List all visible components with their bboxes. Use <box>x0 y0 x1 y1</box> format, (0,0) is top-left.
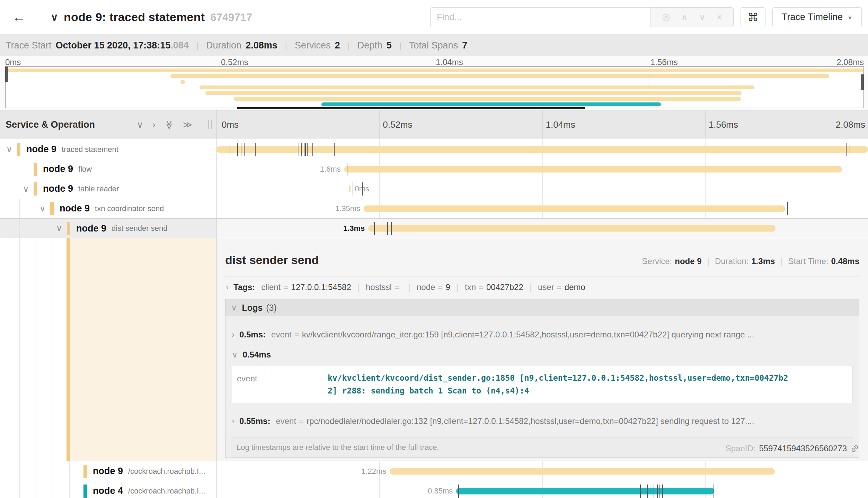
column-resizer[interactable] <box>208 120 212 129</box>
minimap-tick-1: 0.52ms <box>221 57 248 67</box>
service-color-chip <box>67 222 70 235</box>
span-log-tick <box>387 222 388 235</box>
minimap-right-drag-handle[interactable] <box>861 74 864 90</box>
minimap-row <box>6 79 863 85</box>
span-id-value: 5597415943526560273 <box>759 444 847 453</box>
span-bar-cell[interactable]: 1.6ms <box>216 159 868 179</box>
span-row[interactable]: ∨node 9traced statement <box>0 139 868 159</box>
detail-start-value: 0.48ms <box>831 256 859 266</box>
column-divider[interactable] <box>216 110 217 498</box>
expand-one-icon[interactable]: › <box>152 119 156 130</box>
span-bar[interactable] <box>456 488 714 494</box>
grid-line <box>705 110 706 139</box>
minimap-row <box>6 85 863 90</box>
log-key: event <box>271 330 292 339</box>
span-log-tick <box>305 143 306 156</box>
span-tree-cell[interactable]: ∨node 9flow <box>0 159 216 179</box>
log-entry-expanded-header[interactable]: ∨ 0.54ms <box>231 343 853 364</box>
find-input[interactable] <box>430 7 650 27</box>
span-bar[interactable] <box>349 185 351 192</box>
minimap-viewport-indicator[interactable] <box>237 107 585 109</box>
collapse-one-icon[interactable]: ∨ <box>137 119 143 130</box>
span-tree-cell[interactable]: ∨node 4/cockroach.roachpb.I... <box>0 481 216 498</box>
collapse-trace-icon[interactable]: ∨ <box>51 11 58 23</box>
tag-item: hostssl= <box>366 282 402 292</box>
tree-guide-line <box>69 481 70 498</box>
span-bar-cell[interactable]: 0.85ms <box>216 481 868 498</box>
span-bar[interactable] <box>390 468 775 474</box>
grid-line <box>379 110 380 139</box>
span-bar-cell[interactable]: 1.22ms <box>216 461 868 481</box>
axis-tick-2: 1.04ms <box>546 119 575 130</box>
scope-match-icon[interactable]: ◎ <box>662 12 670 22</box>
logs-header[interactable]: ∨ Logs (3) <box>225 299 859 316</box>
operation-name: /cockroach.roachpb.I... <box>128 467 205 476</box>
minimap-tick-4: 2.08ms <box>836 57 864 67</box>
expand-all-icon[interactable]: ≫ <box>183 119 192 130</box>
span-expander-icon[interactable]: ∨ <box>39 204 50 214</box>
span-expander-icon[interactable]: ∨ <box>23 184 34 194</box>
span-bar[interactable] <box>344 166 842 172</box>
operation-name: flow <box>78 165 92 174</box>
next-match-icon[interactable]: ∨ <box>699 12 706 22</box>
span-expander-icon[interactable]: ∨ <box>6 145 17 154</box>
span-log-tick <box>307 143 308 156</box>
span-row[interactable]: ∨node 9txn coordinator send1.35ms <box>0 199 868 218</box>
trace-id: 6749717 <box>210 11 252 24</box>
tag-equals: = <box>283 282 288 292</box>
prev-match-icon[interactable]: ∧ <box>681 12 688 22</box>
span-tree-cell[interactable]: ∨node 9table reader <box>0 179 216 199</box>
trace-title-group: ∨ node 9: traced statement 6749717 <box>38 10 252 24</box>
chevron-right-icon: › <box>232 416 234 426</box>
span-bar[interactable] <box>364 205 785 212</box>
span-bar-cell[interactable]: 0ms <box>216 179 868 199</box>
span-bar[interactable] <box>368 225 776 232</box>
span-log-tick <box>230 143 230 156</box>
span-row[interactable]: ∨node 9table reader0ms <box>0 179 868 199</box>
service-color-chip <box>50 202 54 215</box>
span-row[interactable]: ∨node 4/cockroach.roachpb.I...0.85ms <box>0 481 868 498</box>
minimap-span-bar <box>200 85 755 89</box>
span-log-tick <box>312 143 313 156</box>
span-row[interactable]: ∨node 9/cockroach.roachpb.I...1.22ms <box>0 461 868 481</box>
span-tree-cell[interactable]: ∨node 9/cockroach.roachpb.I... <box>0 461 216 481</box>
services-label: Services <box>295 40 331 51</box>
minimap-left-drag-handle[interactable] <box>5 66 8 82</box>
log-entry-collapsed[interactable]: › 0.55ms: event = rpc/nodedialer/nodedia… <box>231 407 853 429</box>
copy-link-icon[interactable] <box>850 444 859 453</box>
keyboard-shortcuts-button[interactable]: ⌘ <box>741 7 765 27</box>
span-row[interactable]: ∨node 9dist sender send1.3ms <box>0 218 868 238</box>
collapse-all-icon[interactable]: ≫ <box>164 120 175 129</box>
log-entry-collapsed[interactable]: › 0.5ms: event = kv/kvclient/kvcoord/ran… <box>231 320 853 343</box>
back-button[interactable]: ← <box>0 0 38 34</box>
selected-span-color-strip <box>67 238 70 461</box>
tree-guide-line <box>36 461 36 481</box>
span-row[interactable]: ∨node 9flow1.6ms <box>0 159 868 179</box>
service-color-chip <box>34 163 37 176</box>
tags-accordion[interactable]: › Tags: client=127.0.0.1:54582|hostssl=|… <box>225 277 859 297</box>
span-tree-cell[interactable]: ∨node 9txn coordinator send <box>0 199 216 218</box>
depth-value: 5 <box>387 40 392 51</box>
minimap-row <box>6 96 863 102</box>
span-bar-cell[interactable] <box>216 139 868 159</box>
minimap-canvas[interactable] <box>5 66 864 108</box>
span-bar-cell[interactable]: 1.3ms <box>216 219 868 238</box>
operation-name: table reader <box>78 184 119 193</box>
tree-guide-line <box>3 481 3 498</box>
span-tree-cell[interactable]: ∨node 9dist sender send <box>0 219 216 238</box>
span-tree-cell[interactable]: ∨node 9traced statement <box>0 139 216 159</box>
services-value: 2 <box>335 40 340 51</box>
trace-start-label: Trace Start <box>6 40 52 51</box>
span-bar[interactable] <box>216 146 868 153</box>
tag-equals: = <box>438 282 443 292</box>
view-selector-button[interactable]: Trace Timeline ∨ <box>772 7 862 27</box>
tag-item: client=127.0.0.1:54582 <box>261 282 351 292</box>
span-bar-cell[interactable]: 1.35ms <box>216 199 868 218</box>
span-expander-icon[interactable]: ∨ <box>56 224 67 233</box>
minimap-tick-3: 1.56ms <box>650 57 678 67</box>
clear-search-icon[interactable]: × <box>717 12 722 22</box>
service-color-chip <box>83 465 87 478</box>
detail-span-title: dist sender send <box>225 253 319 267</box>
logs-body: › 0.5ms: event = kv/kvclient/kvcoord/ran… <box>225 316 859 458</box>
span-log-tick <box>241 143 241 156</box>
